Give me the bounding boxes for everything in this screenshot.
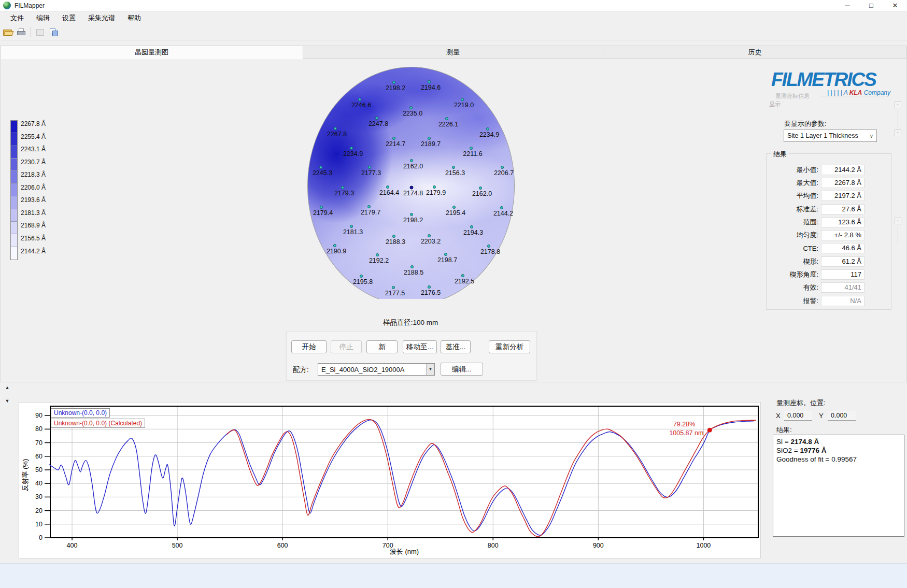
svg-text:10: 10 [35,521,42,528]
point-results-label: 结果: [776,425,792,435]
wafer-point[interactable] [470,225,473,228]
wafer-point[interactable] [320,206,323,209]
svg-text:80: 80 [35,425,42,433]
wafer-point[interactable] [428,137,431,140]
thickness-colorbar [10,120,18,260]
menu-item-1[interactable]: 编辑 [31,12,55,24]
print-icon[interactable] [16,27,26,37]
title-bar: FILMapper ─ □ ✕ [0,0,907,11]
tab-0[interactable]: 晶圆量测图 [0,46,303,59]
control-button-2[interactable]: 新 [366,340,398,353]
wafer-point[interactable] [470,147,473,150]
x-coordinate-field[interactable]: 0.000 [784,411,812,421]
wafer-point[interactable] [367,205,371,208]
wafer-point-value: 2194.6 [421,84,441,91]
open-file-icon[interactable] [3,27,13,37]
wafer-map[interactable]: 2198.22194.62246.62219.02235.02247.82226… [307,67,515,299]
control-button-5[interactable]: 重新分析 [489,340,530,353]
minimize-button[interactable]: ─ [835,0,859,11]
control-button-0[interactable]: 开始 [291,340,327,353]
wafer-point[interactable] [486,127,489,131]
result-value: 2144.2 Å [821,165,865,175]
wafer-point[interactable] [360,275,363,278]
wafer-point[interactable] [410,265,414,268]
wafer-point[interactable] [341,186,344,189]
map-zoom-slider[interactable] [898,110,898,128]
wafer-point[interactable] [368,166,371,169]
close-button[interactable]: ✕ [883,0,907,11]
wafer-point[interactable] [461,98,464,101]
wafer-point-current[interactable] [410,186,414,190]
svg-text:1005.87 nm: 1005.87 nm [669,429,703,437]
wafer-point[interactable] [392,286,395,289]
wafer-point[interactable] [452,166,455,169]
wafer-point[interactable] [392,137,395,140]
result-row: 均匀度:+/- 2.8 % [769,228,888,241]
wafer-point[interactable] [479,187,482,190]
wafer-point[interactable] [433,185,436,189]
result-value: 61.2 Å [821,256,865,267]
wafer-point[interactable] [376,253,379,256]
wafer-point[interactable] [410,159,413,162]
svg-text:20: 20 [35,507,42,514]
wafer-point[interactable] [392,81,395,84]
wafer-point[interactable] [500,206,503,209]
wafer-point[interactable] [350,225,353,228]
colorbar-label: 2193.6 Å [21,196,46,204]
menu-item-0[interactable]: 文件 [5,12,29,24]
wafer-point[interactable] [319,166,322,169]
wafer-point[interactable] [487,245,490,248]
map-zoom-in-icon[interactable]: + [895,102,901,108]
wafer-point-value: 2246.6 [351,102,371,109]
brand-name: FILMETRICS [771,70,890,89]
recipe-dropdown[interactable]: E_Si_4000A_SiO2_19000A [318,363,435,376]
param-dropdown[interactable]: Site 1 Layer 1 Thickness ∨ [784,130,877,142]
wafer-point[interactable] [452,206,456,209]
collapse-up-icon[interactable]: ▲ [3,383,11,392]
copy-icon[interactable] [49,27,59,37]
wafer-point[interactable] [501,166,504,169]
wafer-point-value: 2226.1 [438,121,458,128]
chevron-down-icon: ∨ [870,133,873,139]
tab-1[interactable]: 测量 [303,46,603,59]
x-label: X [776,412,781,420]
y-coordinate-field[interactable]: 0.000 [828,411,856,421]
snapshot-icon [35,27,46,37]
maximize-button[interactable]: □ [859,0,883,11]
wafer-point[interactable] [392,235,395,238]
wafer-point-value: 2164.4 [379,189,399,196]
map-pan-icon[interactable]: + [895,218,901,224]
menu-item-4[interactable]: 帮助 [122,12,146,24]
wafer-point[interactable] [409,106,413,109]
map-zoom-out-icon[interactable]: + [895,130,901,136]
wafer-point[interactable] [444,253,447,256]
wafer-point[interactable] [358,98,361,101]
colorbar-segment [11,209,17,222]
collapse-down-icon[interactable]: ▼ [3,397,11,405]
tab-2[interactable]: 历史 [603,46,907,59]
control-button-3[interactable]: 移动至... [403,340,437,353]
wafer-point[interactable] [428,234,431,237]
menu-item-3[interactable]: 采集光谱 [83,12,120,24]
wafer-point[interactable] [461,274,464,277]
svg-text:79.28%: 79.28% [673,421,695,428]
result-value: 2267.8 Å [821,178,865,188]
recipe-dropdown-arrow-icon[interactable]: ▼ [426,364,434,375]
wafer-point[interactable] [350,147,353,150]
svg-text:400: 400 [67,542,78,549]
wafer-point[interactable] [334,127,337,130]
wafer-point[interactable] [386,185,389,189]
map-pan-slider[interactable] [898,226,898,245]
svg-text:500: 500 [172,542,183,549]
wafer-point[interactable] [410,213,413,216]
menu-item-2[interactable]: 设置 [57,12,81,24]
wafer-point[interactable] [445,117,448,120]
wafer-point[interactable] [333,244,336,247]
wafer-point[interactable] [428,285,431,289]
wafer-point[interactable] [375,117,378,120]
wafer-point-value: 2267.8 [327,131,347,138]
result-row: 平均值:2197.2 Å [769,190,888,203]
control-button-4[interactable]: 基准... [441,340,471,353]
wafer-point[interactable] [428,80,431,83]
edit-recipe-button[interactable]: 编辑... [441,363,483,376]
